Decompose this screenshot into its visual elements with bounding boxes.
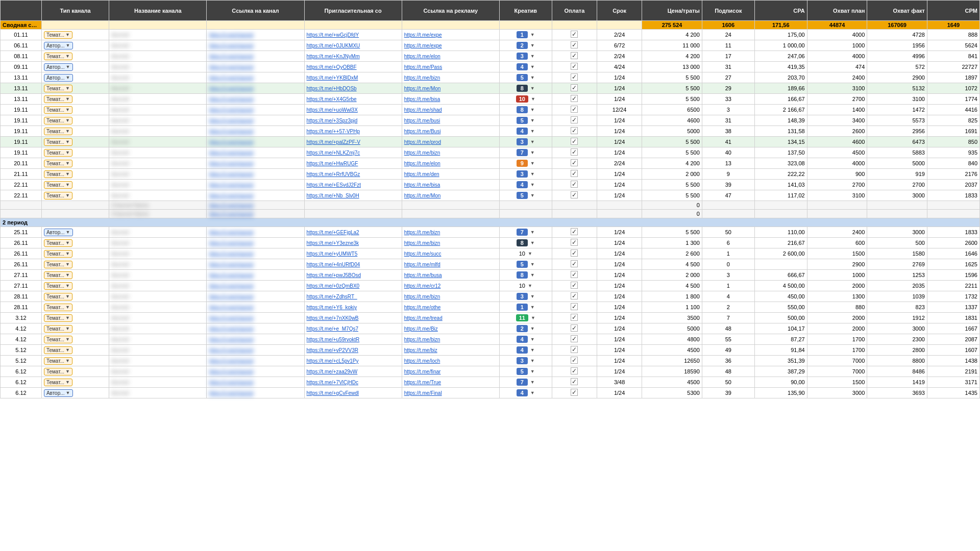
type-tag[interactable]: Темат... ▼ — [44, 271, 72, 279]
cell-type[interactable]: Темат... ▼ — [41, 30, 109, 40]
payment-checkbox[interactable] — [571, 314, 578, 321]
cell-type[interactable]: Автор... ▼ — [41, 72, 109, 83]
cell-link[interactable]: https://t.me/channel — [207, 356, 304, 366]
payment-checkbox[interactable] — [571, 239, 578, 246]
cell-creative[interactable]: 5▼ — [499, 259, 552, 270]
cell-invite[interactable]: https://t.me/+ESvdJ2Fzt — [304, 180, 402, 190]
type-tag[interactable]: Темат... ▼ — [44, 261, 72, 268]
payment-checkbox[interactable] — [571, 127, 578, 134]
payment-checkbox[interactable] — [571, 271, 578, 278]
cell-adlink[interactable]: https://t.me/bisa — [402, 94, 499, 105]
cell-payment[interactable] — [552, 377, 597, 388]
cell-invite[interactable]: https://t.me/+3Spz3pjd — [304, 115, 402, 126]
cell-invite[interactable]: https://t.me/+zaa29vW — [304, 366, 402, 377]
cell-adlink[interactable]: https://t.me/succ — [402, 248, 499, 259]
cell-type[interactable] — [41, 201, 109, 210]
cell-adlink[interactable]: https://t.me/biz — [402, 345, 499, 356]
cell-type[interactable]: Темат... ▼ — [41, 323, 109, 334]
cell-creative[interactable]: 11▼ — [499, 313, 552, 323]
cell-invite[interactable] — [304, 210, 402, 218]
payment-checkbox[interactable] — [571, 106, 578, 113]
cell-creative[interactable]: 4▼ — [499, 62, 552, 72]
cell-adlink[interactable]: https://t.me/busa — [402, 270, 499, 281]
payment-checkbox[interactable] — [571, 181, 578, 188]
cell-link[interactable]: https://t.me/channel — [207, 291, 304, 302]
cell-type[interactable]: Темат... ▼ — [41, 94, 109, 105]
payment-checkbox[interactable] — [571, 159, 578, 166]
cell-invite[interactable]: https://t.me/+vP2VV3R — [304, 345, 402, 356]
cell-creative[interactable]: 5▼ — [499, 72, 552, 83]
cell-invite[interactable]: https://t.me/+pwJ5BOsd — [304, 270, 402, 281]
cell-payment[interactable] — [552, 51, 597, 62]
type-tag[interactable]: Темат... ▼ — [44, 379, 72, 386]
cell-invite[interactable]: https://t.me/+ZdhsRT_ — [304, 291, 402, 302]
type-tag[interactable]: Автор... ▼ — [44, 42, 73, 49]
type-tag[interactable]: Темат... ▼ — [44, 149, 72, 157]
cell-type[interactable]: Темат... ▼ — [41, 281, 109, 291]
cell-payment[interactable] — [552, 238, 597, 248]
cell-adlink[interactable]: https://t.me/elon — [402, 51, 499, 62]
payment-checkbox[interactable] — [571, 52, 578, 59]
cell-payment[interactable] — [552, 30, 597, 40]
type-tag[interactable]: Темат... ▼ — [44, 239, 72, 247]
spreadsheet-container[interactable]: { "header": { "columns": [ {"id": "date"… — [0, 0, 980, 551]
type-tag[interactable]: Темат... ▼ — [44, 304, 72, 311]
payment-checkbox[interactable] — [571, 84, 578, 91]
cell-link[interactable]: https://t.me/channel — [207, 201, 304, 210]
payment-checkbox[interactable] — [571, 335, 578, 342]
payment-checkbox[interactable] — [571, 148, 578, 156]
type-tag[interactable]: Темат... ▼ — [44, 95, 72, 103]
cell-adlink[interactable] — [402, 210, 499, 218]
cell-link[interactable]: https://t.me/channel — [207, 388, 304, 398]
cell-creative[interactable]: 8▼ — [499, 238, 552, 248]
cell-payment[interactable] — [552, 388, 597, 398]
cell-link[interactable]: https://t.me/channel — [207, 227, 304, 238]
type-tag[interactable]: Темат... ▼ — [44, 128, 72, 135]
cell-type[interactable] — [41, 210, 109, 218]
cell-creative[interactable]: 8▼ — [499, 270, 552, 281]
cell-invite[interactable]: https://t.me/+gCvFewdl — [304, 388, 402, 398]
cell-type[interactable]: Темат... ▼ — [41, 291, 109, 302]
cell-adlink[interactable]: https://t.me/finar — [402, 366, 499, 377]
cell-adlink[interactable]: https://t.me/bizn — [402, 238, 499, 248]
cell-adlink[interactable]: https://t.me/loch — [402, 356, 499, 366]
cell-type[interactable]: Автор... ▼ — [41, 227, 109, 238]
cell-link[interactable]: https://t.me/channel — [207, 180, 304, 190]
cell-invite[interactable]: https://t.me/+u59rvoktR — [304, 334, 402, 345]
cell-invite[interactable]: https://t.me/+4nURfD04 — [304, 259, 402, 270]
cell-payment[interactable] — [552, 201, 597, 210]
cell-adlink[interactable]: https://t.me/busi — [402, 115, 499, 126]
cell-link[interactable]: https://t.me/channel — [207, 366, 304, 377]
type-tag[interactable]: Темат... ▼ — [44, 293, 72, 300]
cell-creative[interactable]: 4▼ — [499, 388, 552, 398]
cell-link[interactable]: https://t.me/channel — [207, 83, 304, 94]
cell-payment[interactable] — [552, 72, 597, 83]
cell-invite[interactable]: https://t.me/+0zQmBX0 — [304, 281, 402, 291]
cell-link[interactable]: https://t.me/channel — [207, 259, 304, 270]
cell-adlink[interactable]: https://t.me/bizn — [402, 334, 499, 345]
cell-adlink[interactable]: https://t.me/Final — [402, 388, 499, 398]
cell-link[interactable]: https://t.me/channel — [207, 190, 304, 201]
cell-adlink[interactable]: https://t.me/expe — [402, 40, 499, 51]
cell-type[interactable]: Автор... ▼ — [41, 388, 109, 398]
type-tag[interactable]: Темат... ▼ — [44, 282, 72, 290]
cell-invite[interactable]: https://t.me/+Y6_kokiy — [304, 302, 402, 313]
cell-invite[interactable]: https://t.me/+0JUKMXU — [304, 40, 402, 51]
cell-invite[interactable]: https://t.me/+X4G5rbe — [304, 94, 402, 105]
cell-link[interactable]: https://t.me/channel — [207, 334, 304, 345]
cell-adlink[interactable]: https://t.me/cr12 — [402, 281, 499, 291]
cell-link[interactable]: https://t.me/channel — [207, 62, 304, 72]
cell-link[interactable]: https://t.me/channel — [207, 281, 304, 291]
cell-invite[interactable]: https://t.me/+cL5pv1Py — [304, 356, 402, 366]
type-tag[interactable]: Темат... ▼ — [44, 160, 72, 167]
cell-payment[interactable] — [552, 291, 597, 302]
type-tag[interactable]: Автор... ▼ — [44, 74, 73, 82]
cell-adlink[interactable]: https://t.me/bizn — [402, 72, 499, 83]
cell-invite[interactable]: https://t.me/+GEFjgLa2 — [304, 227, 402, 238]
cell-payment[interactable] — [552, 302, 597, 313]
cell-payment[interactable] — [552, 115, 597, 126]
cell-adlink[interactable]: https://t.me/elon — [402, 158, 499, 169]
cell-type[interactable]: Темат... ▼ — [41, 190, 109, 201]
cell-creative[interactable]: 4▼ — [499, 126, 552, 137]
cell-link[interactable]: https://t.me/channel — [207, 248, 304, 259]
